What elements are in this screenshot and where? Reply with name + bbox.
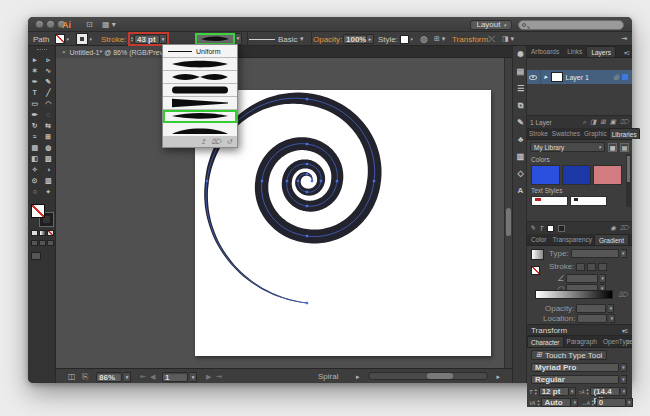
selection-tool[interactable]: ▸ bbox=[29, 54, 40, 65]
kerning-dropdown[interactable]: ▾ bbox=[572, 398, 578, 407]
brush-style-icon[interactable]: ✎ bbox=[530, 224, 535, 232]
touch-type-tool-button[interactable]: ⊞Touch Type Tool bbox=[531, 350, 607, 360]
scroll-right-arrow[interactable]: ▸ bbox=[496, 371, 500, 382]
tab-paragraph[interactable]: Paragraph bbox=[564, 336, 600, 347]
workspace-dropdown[interactable]: Layout▾ bbox=[470, 20, 512, 30]
screen-mode-button[interactable] bbox=[31, 252, 41, 260]
text-style-icon[interactable]: T bbox=[539, 225, 543, 232]
new-sublayer-icon[interactable]: ⊞ bbox=[600, 118, 605, 126]
perspective-grid-tool[interactable]: ◍ bbox=[43, 142, 54, 153]
save-to-cloud-icon[interactable]: ◫ bbox=[68, 371, 76, 382]
transform-link[interactable]: Transform bbox=[452, 32, 488, 46]
horizontal-scrollbar-thumb[interactable] bbox=[427, 373, 453, 379]
hand-tool[interactable]: ○ bbox=[29, 186, 40, 197]
symbol-sprayer-tool[interactable]: ⊙ bbox=[29, 175, 40, 186]
layer-row[interactable]: ▸ Layer 1 ◎ bbox=[527, 70, 632, 84]
artboards-panel-icon[interactable]: ▤ bbox=[513, 63, 528, 80]
paintbrush-tool[interactable]: ◠ bbox=[43, 98, 54, 109]
add-profile-icon[interactable]: ↥ bbox=[200, 138, 206, 146]
width-profile-uniform-item[interactable]: Uniform bbox=[163, 45, 237, 58]
width-profile-3-item[interactable] bbox=[163, 84, 237, 97]
gradient-fill-well[interactable] bbox=[531, 266, 540, 275]
clipping-mask-icon[interactable]: ◨ bbox=[590, 118, 596, 126]
align-panel-icon[interactable]: ☰ bbox=[513, 80, 528, 97]
close-window-button[interactable] bbox=[36, 21, 43, 28]
opacity-field-group[interactable]: 100%▸ bbox=[343, 32, 374, 46]
collapse-control-bar-icon[interactable]: ⇥ bbox=[621, 32, 627, 46]
last-artboard-icon[interactable]: ⇥ bbox=[216, 371, 222, 382]
prev-artboard-icon[interactable]: ◀ bbox=[150, 371, 155, 382]
leading-dropdown[interactable]: ▾ bbox=[621, 387, 627, 396]
tab-color[interactable]: Color bbox=[527, 234, 551, 245]
list-view-icon[interactable]: ▤ bbox=[620, 143, 629, 152]
transform-panel-menu-icon[interactable]: ▾≡ bbox=[621, 327, 628, 334]
stroke-swatch[interactable]: ▾ bbox=[77, 32, 92, 46]
libraries-scrollbar[interactable] bbox=[626, 154, 631, 207]
library-select-dropdown[interactable]: My Library▾ bbox=[530, 142, 605, 152]
tracking-field[interactable]: 0 bbox=[596, 398, 626, 407]
leading-field[interactable]: (14.4 pt) bbox=[590, 387, 620, 396]
width-profile-4-item[interactable] bbox=[163, 97, 237, 110]
tab-artboards[interactable]: Artboards bbox=[527, 46, 563, 57]
fill-style-chip[interactable] bbox=[547, 225, 554, 232]
font-style-dropdown[interactable]: ▾ bbox=[621, 375, 627, 384]
width-tool[interactable]: ≈ bbox=[29, 131, 40, 142]
column-graph-tool[interactable]: ▥ bbox=[43, 175, 54, 186]
opacity-link[interactable]: Opacity: bbox=[313, 32, 342, 46]
gradient-angle-field[interactable] bbox=[566, 274, 598, 283]
kuler-panel-icon[interactable]: ✺ bbox=[513, 46, 528, 63]
workspace-switcher-icon[interactable]: ▦ ▾ bbox=[102, 20, 116, 29]
color-type-buttons[interactable] bbox=[31, 230, 54, 236]
stroke-gradient-across-icon[interactable] bbox=[598, 263, 607, 271]
show-item-icon[interactable]: ◉ bbox=[610, 224, 616, 232]
character-styles-panel-icon[interactable]: A bbox=[513, 182, 528, 199]
stroke-style-chip[interactable] bbox=[558, 225, 565, 232]
first-artboard-icon[interactable]: ⇤ bbox=[140, 371, 146, 382]
library-swatch-salmon[interactable] bbox=[593, 165, 622, 185]
text-style-1[interactable] bbox=[531, 196, 568, 206]
curvature-tool[interactable]: ✎ bbox=[43, 76, 54, 87]
transform-panel-header[interactable]: Transform ▾≡ bbox=[527, 324, 632, 336]
artboard-nav-group[interactable]: 1▾ bbox=[162, 371, 197, 382]
rotate-tool[interactable]: ↻ bbox=[29, 120, 40, 131]
select-similar-icon[interactable]: ◨ ▾ bbox=[502, 32, 514, 46]
share-icon[interactable]: ⎘ bbox=[82, 371, 88, 382]
delete-item-icon[interactable]: ⌦ bbox=[620, 224, 629, 232]
graphic-styles-panel-icon[interactable]: ▥ bbox=[513, 148, 528, 165]
horizontal-scrollbar[interactable] bbox=[368, 372, 488, 380]
delete-profile-icon[interactable]: ⌦ bbox=[211, 138, 221, 146]
tab-stroke[interactable]: Stroke bbox=[527, 128, 550, 139]
brushes-panel-icon[interactable]: ◇ bbox=[513, 165, 528, 182]
tab-character[interactable]: Character bbox=[527, 336, 564, 347]
next-artboard-icon[interactable]: ▶ bbox=[206, 371, 211, 382]
arrange-documents-icon[interactable]: ⊡ bbox=[86, 20, 93, 29]
tools-grip[interactable] bbox=[37, 49, 47, 51]
rectangle-tool[interactable]: ▭ bbox=[29, 98, 40, 109]
font-family-dropdown[interactable]: ▾ bbox=[621, 363, 627, 372]
line-segment-tool[interactable]: ╱ bbox=[43, 87, 54, 98]
stroke-gradient-along-icon[interactable] bbox=[587, 263, 596, 271]
panel-menu-icon[interactable]: ▾≡ bbox=[623, 49, 630, 56]
tracking-dropdown[interactable]: ▾ bbox=[627, 398, 633, 407]
delete-layer-icon[interactable]: ⌦ bbox=[620, 118, 629, 126]
tab-layers[interactable]: Layers bbox=[586, 46, 616, 57]
search-input[interactable] bbox=[518, 20, 624, 30]
gradient-opacity-field[interactable] bbox=[576, 304, 606, 313]
pen-tool[interactable]: ✒ bbox=[29, 76, 40, 87]
scale-tool[interactable]: ⇆ bbox=[43, 120, 54, 131]
eyedropper-tool[interactable]: ✧ bbox=[29, 164, 40, 175]
font-style-field[interactable]: Regular bbox=[531, 375, 619, 384]
style-swatch[interactable]: ▾ bbox=[400, 32, 413, 46]
gradient-thumbnail[interactable] bbox=[531, 249, 544, 260]
text-style-2[interactable] bbox=[570, 196, 607, 206]
gradient-slider[interactable] bbox=[535, 290, 613, 299]
libraries-scrollbar-thumb[interactable] bbox=[627, 156, 630, 182]
artboard[interactable] bbox=[195, 90, 491, 356]
width-profile-1-item[interactable] bbox=[163, 58, 237, 71]
brush-definition[interactable] bbox=[249, 32, 275, 46]
stroke-weight-value[interactable]: 43 pt bbox=[134, 34, 160, 44]
font-size-dropdown[interactable]: ▾ bbox=[570, 387, 576, 396]
stroke-panel-link[interactable]: Stroke: bbox=[101, 32, 126, 46]
tab-gradient[interactable]: Gradient bbox=[594, 234, 629, 245]
grid-view-icon[interactable]: ▦ bbox=[608, 143, 617, 152]
